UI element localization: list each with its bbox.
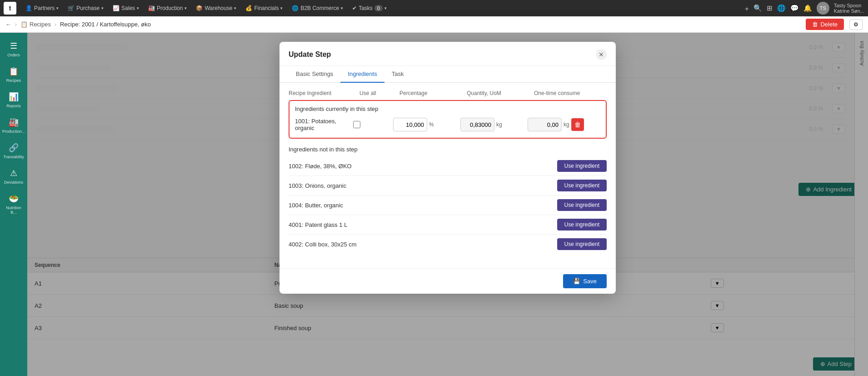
breadcrumb-recipes[interactable]: 📋 Recipes [20,21,51,28]
modal-title: Update Step [289,50,331,59]
chevron-down-icon: ▾ [341,6,343,10]
production-icon: 🏭 [9,117,19,127]
nav-tasks[interactable]: ✔ Tasks 0 ▾ [349,3,390,13]
delete-button[interactable]: 🗑 Delete [806,19,844,30]
save-button[interactable]: 💾 Save [563,274,607,288]
nav-production[interactable]: 🏭 Production ▾ [145,3,190,13]
use-ingredient-button[interactable]: Use ingredient [557,238,607,250]
app-logo[interactable]: t [4,2,16,15]
list-item: 1003: Onions, organic Use ingredient [289,176,607,196]
breadcrumb-separator: › [15,21,17,28]
back-icon: ← [5,21,11,28]
nav-purchase[interactable]: 🛒 Purchase ▾ [64,3,107,13]
modal-body: Recipe Ingredient Use all Percentage Qua… [279,83,616,268]
grid-icon[interactable]: ⊞ [767,4,773,12]
chevron-down-icon: ▾ [384,6,387,10]
bell-icon[interactable]: 🔔 [803,4,812,12]
consume-unit: kg [564,121,569,128]
col-header-recipe-ingredient: Recipe Ingredient [289,90,356,96]
top-navigation: t 👤 Partners ▾ 🛒 Purchase ▾ 📈 Sales ▾ 🏭 … [0,0,868,16]
modal-overlay: Update Step ✕ Basic Settings Ingredients… [27,33,868,376]
add-icon[interactable]: + [745,5,749,12]
ingredient-row-in-step: 1001: Potatoes, organic % kg [295,116,600,133]
nutrition-icon: 🥗 [9,194,19,204]
nav-right-actions: + 🔍 ⊞ 🌐 💬 🔔 TS Tasty Spoon Katrine Søn..… [745,2,864,15]
list-item: 4001: Patent glass 1 L Use ingredient [289,215,607,235]
percentage-input-group: % [393,118,457,131]
in-step-label: Ingredients currently in this step [295,105,600,112]
use-ingredient-button[interactable]: Use ingredient [557,219,607,231]
user-sub: Katrine Søn... [834,8,864,14]
use-ingredient-button[interactable]: Use ingredient [557,180,607,191]
col-header-one-time: One-time consume [534,90,607,96]
col-header-quantity: Quantity, UoM [467,90,530,96]
save-icon: 💾 [573,278,580,285]
list-item: 1002: Fløde, 38%, ØKO Use ingredient [289,156,607,176]
back-button[interactable]: ← [5,21,11,28]
tab-task[interactable]: Task [384,66,411,83]
deviations-icon: ⚠ [10,168,17,178]
ingredient-not-name: 4001: Patent glass 1 L [289,221,557,228]
quantity-input[interactable] [460,118,494,131]
sidebar-item-recipes[interactable]: 📋 Recipes [1,63,26,86]
chevron-down-icon: ▾ [234,6,236,10]
sidebar-item-traceability[interactable]: 🔗 Traceability [1,139,26,163]
user-name: Tasty Spoon [834,3,864,8]
use-ingredient-button[interactable]: Use ingredient [557,160,607,172]
nav-b2b[interactable]: 🌐 B2B Commerce ▾ [288,3,347,13]
tab-basic-settings[interactable]: Basic Settings [289,66,340,83]
update-step-modal: Update Step ✕ Basic Settings Ingredients… [279,42,616,294]
globe-icon[interactable]: 🌐 [777,4,786,12]
not-in-step-label: Ingredients not in this step [289,146,607,153]
use-ingredient-button[interactable]: Use ingredient [557,199,607,211]
nav-partners[interactable]: 👤 Partners ▾ [22,3,62,13]
chevron-down-icon: ▾ [137,6,139,10]
consume-input-group: kg 🗑 [528,118,600,131]
modal-header: Update Step ✕ [279,42,616,66]
breadcrumb-separator-2: › [55,21,56,28]
ingredient-name: 1001: Potatoes, organic [295,118,349,131]
sidebar-item-reports[interactable]: 📊 Reports [1,88,26,112]
modal-close-button[interactable]: ✕ [596,49,607,60]
chevron-down-icon: ▾ [101,6,104,10]
percentage-input[interactable] [393,118,427,131]
nav-warehouse[interactable]: 📦 Warehouse ▾ [192,3,240,13]
sidebar-item-orders[interactable]: ☰ Orders [1,37,26,61]
ingredients-not-in-step-section: Ingredients not in this step 1002: Fløde… [289,146,607,254]
avatar: TS [817,2,829,15]
traceability-icon: 🔗 [9,143,19,153]
ingredient-not-name: 1004: Butter, organic [289,202,557,209]
nav-sales[interactable]: 📈 Sales ▾ [109,3,143,13]
trash-icon: 🗑 [812,21,818,28]
chevron-down-icon: ▾ [280,6,283,10]
ingredient-not-name: 1003: Onions, organic [289,182,557,189]
list-item: 4002: Colli box, 30x25 cm Use ingredient [289,235,607,254]
modal-tabs: Basic Settings Ingredients Task [279,66,616,83]
use-all-checkbox[interactable] [353,121,360,128]
search-icon[interactable]: 🔍 [753,4,762,12]
sidebar-item-deviations[interactable]: ⚠ Deviations [1,165,26,188]
column-headers: Recipe Ingredient Use all Percentage Qua… [289,90,607,100]
orders-icon: ☰ [10,41,17,51]
nav-financials[interactable]: 💰 Financials ▾ [242,3,286,13]
sidebar-item-nutrition[interactable]: 🥗 Nutrition B... [1,190,26,218]
chevron-down-icon: ▾ [56,6,59,10]
breadcrumb-current: Recipe: 2001 / Kartoffelsuppe, øko [60,21,151,28]
recipes-icon: 📋 [9,66,19,76]
remove-ingredient-button[interactable]: 🗑 [571,118,584,131]
main-content: 0,0 % ▼ 0,0 % ▼ 0,0 % ▼ 0,0 % ▼ 0,0 % ▼ [27,33,868,376]
col-header-percentage: Percentage [399,90,463,96]
reports-icon: 📊 [9,92,19,102]
consume-input[interactable] [528,118,562,131]
action-button-1[interactable]: ⚙ [849,19,863,30]
ingredient-not-name: 1002: Fløde, 38%, ØKO [289,163,557,170]
sidebar-item-production[interactable]: 🏭 Production... [1,114,26,137]
tab-ingredients[interactable]: Ingredients [340,66,384,83]
col-header-use-all: Use all [359,90,396,96]
ingredients-in-step-section: Ingredients currently in this step 1001:… [289,100,607,139]
chevron-down-icon: ▾ [185,6,187,10]
chat-icon[interactable]: 💬 [790,4,799,12]
tasks-badge: 0 [374,5,383,11]
qty-unit: kg [496,121,502,128]
sidebar: ☰ Orders 📋 Recipes 📊 Reports 🏭 Productio… [0,33,27,376]
